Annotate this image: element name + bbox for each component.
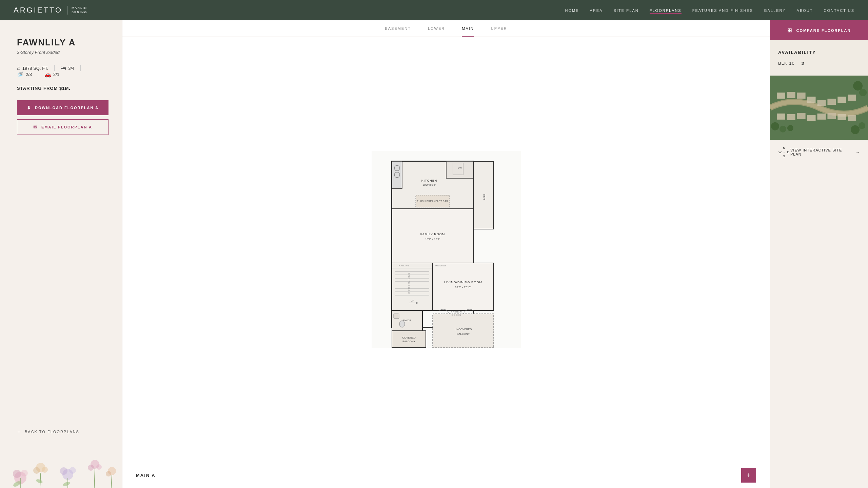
- baths-icon: 🚿: [17, 71, 24, 78]
- unit-subtitle: 3-Storey Front loaded: [17, 50, 108, 55]
- sqft-icon: ⌂: [17, 65, 20, 71]
- nav-home[interactable]: HOME: [565, 7, 579, 13]
- svg-rect-37: [392, 209, 473, 263]
- svg-text:FAMILY ROOM: FAMILY ROOM: [420, 232, 445, 236]
- svg-rect-80: [777, 114, 785, 120]
- svg-text:BALCONY: BALCONY: [402, 340, 415, 343]
- svg-rect-73: [787, 92, 795, 98]
- sqft-value: 1978 SQ. FT.: [22, 66, 48, 71]
- svg-point-2: [21, 470, 28, 476]
- svg-text:18'2" x 10'1": 18'2" x 10'1": [425, 238, 440, 241]
- main-content: BASEMENT LOWER MAIN UPPER KITCHEN 18'2" …: [122, 20, 770, 488]
- tab-main[interactable]: MAIN: [462, 26, 474, 37]
- compare-icon: ⊞: [787, 27, 792, 34]
- compass-north: N: [782, 146, 786, 150]
- svg-text:RAILING: RAILING: [435, 264, 446, 267]
- email-label: EMAIL FLOORPLAN A: [41, 125, 92, 129]
- beds-value: 3/4: [68, 66, 74, 71]
- view-site-plan-label: VIEW INTERACTIVE SITE PLAN: [790, 148, 853, 156]
- svg-text:RAILING: RAILING: [399, 264, 410, 267]
- svg-rect-72: [777, 93, 785, 99]
- logo-text: ARGIETTO: [14, 6, 62, 15]
- svg-rect-78: [837, 97, 846, 103]
- parking-icon: 🚗: [44, 71, 51, 78]
- svg-text:UP: UP: [411, 300, 414, 302]
- download-floorplan-button[interactable]: ⬇ DOWNLOAD FLOORPLAN A: [17, 100, 108, 115]
- nav-links: HOME AREA SITE PLAN FLOORPLANS FEATURES …: [565, 7, 854, 13]
- compass-south: S: [782, 154, 786, 158]
- svg-rect-76: [817, 100, 826, 106]
- availability-title: AVAILABILITY: [778, 50, 860, 55]
- nav-features[interactable]: FEATURES AND FINISHES: [692, 7, 753, 13]
- svg-rect-81: [787, 114, 795, 120]
- svg-rect-63: [392, 331, 426, 348]
- svg-line-15: [94, 468, 95, 488]
- view-interactive-label[interactable]: VIEW INTERACTIVE SITE PLAN →: [790, 148, 860, 156]
- svg-text:KITCHEN: KITCHEN: [421, 179, 437, 182]
- download-label: DOWNLOAD FLOORPLAN A: [35, 106, 99, 110]
- svg-text:LIVING/DINING ROOM: LIVING/DINING ROOM: [444, 281, 482, 284]
- svg-line-18: [111, 475, 112, 488]
- svg-text:DW: DW: [458, 167, 462, 169]
- svg-text:DOORS: DOORS: [451, 314, 461, 316]
- svg-rect-62: [394, 314, 399, 319]
- compass-west: W: [778, 150, 782, 154]
- zoom-button[interactable]: +: [741, 468, 756, 483]
- spec-parking: 🚗 2/1: [44, 71, 59, 78]
- svg-point-61: [399, 321, 405, 327]
- tab-lower[interactable]: LOWER: [428, 26, 445, 37]
- svg-point-91: [853, 81, 863, 90]
- svg-rect-87: [848, 115, 856, 121]
- nav-area[interactable]: AREA: [590, 7, 603, 13]
- svg-rect-82: [797, 113, 806, 119]
- nav-gallery[interactable]: GALLERY: [764, 7, 786, 13]
- svg-text:FLUSH BREAKFAST BAR: FLUSH BREAKFAST BAR: [417, 200, 448, 202]
- svg-text:UNCOVERED: UNCOVERED: [454, 328, 472, 331]
- svg-point-13: [88, 465, 94, 471]
- back-to-floorplans-link[interactable]: ← BACK TO FLOORPLANS: [17, 430, 79, 434]
- flowers-decoration: [0, 434, 122, 488]
- view-site-plan-bar[interactable]: N W + E S VIEW INTERACTIVE SITE PLAN →: [770, 140, 868, 164]
- svg-rect-86: [837, 114, 846, 120]
- email-icon: ✉: [33, 124, 38, 130]
- logo-sub: MARLIN SPRING: [67, 6, 87, 14]
- svg-point-93: [851, 125, 860, 134]
- availability-box: AVAILABILITY BLK 10 2: [770, 40, 868, 76]
- floorplan-image: KITCHEN 18'2" x 9'6" DW FLUSH BREAKFAST …: [372, 151, 521, 348]
- tab-basement[interactable]: BASEMENT: [385, 26, 411, 37]
- svg-rect-83: [807, 115, 816, 121]
- svg-point-88: [771, 122, 779, 130]
- svg-text:PWDR: PWDR: [403, 319, 411, 322]
- svg-rect-79: [848, 95, 856, 101]
- compass-east: E: [786, 150, 790, 154]
- unit-title: FAWNLILY A: [17, 37, 108, 48]
- svg-rect-30: [446, 161, 473, 178]
- tab-upper[interactable]: UPPER: [491, 26, 507, 37]
- svg-point-17: [106, 471, 111, 476]
- nav-contact[interactable]: CONTACT US: [824, 7, 855, 13]
- nav-siteplan[interactable]: SITE PLAN: [613, 7, 638, 13]
- nav-about[interactable]: ABOUT: [797, 7, 813, 13]
- nav-floorplans[interactable]: FLOORPLANS: [650, 7, 682, 13]
- svg-rect-85: [827, 113, 836, 119]
- floorplan-label: MAIN A: [136, 473, 156, 478]
- right-sidebar: ⊞ COMPARE FLOORPLAN AVAILABILITY BLK 10 …: [770, 20, 868, 488]
- svg-rect-84: [817, 114, 826, 120]
- spec-sqft: ⌂ 1978 SQ. FT.: [17, 65, 55, 71]
- compare-floorplan-button[interactable]: ⊞ COMPARE FLOORPLAN: [770, 20, 868, 40]
- svg-point-9: [60, 467, 67, 475]
- availability-count: 2: [802, 60, 804, 66]
- svg-text:FRENCH: FRENCH: [451, 310, 461, 313]
- svg-text:OPEN TO BELOW: OPEN TO BELOW: [408, 272, 410, 294]
- back-label: BACK TO FLOORPLANS: [25, 430, 79, 434]
- tabs-bar: BASEMENT LOWER MAIN UPPER: [122, 20, 770, 37]
- compare-label: COMPARE FLOORPLAN: [796, 28, 851, 33]
- svg-rect-75: [807, 97, 816, 103]
- email-floorplan-button[interactable]: ✉ EMAIL FLOORPLAN A: [17, 119, 108, 135]
- svg-rect-66: [433, 314, 494, 348]
- availability-blk: BLK 10: [778, 61, 795, 66]
- floorplan-bottom-bar: MAIN A +: [122, 462, 770, 488]
- arrow-right-icon: →: [856, 150, 860, 154]
- download-icon: ⬇: [27, 105, 32, 110]
- aerial-image: [770, 76, 868, 140]
